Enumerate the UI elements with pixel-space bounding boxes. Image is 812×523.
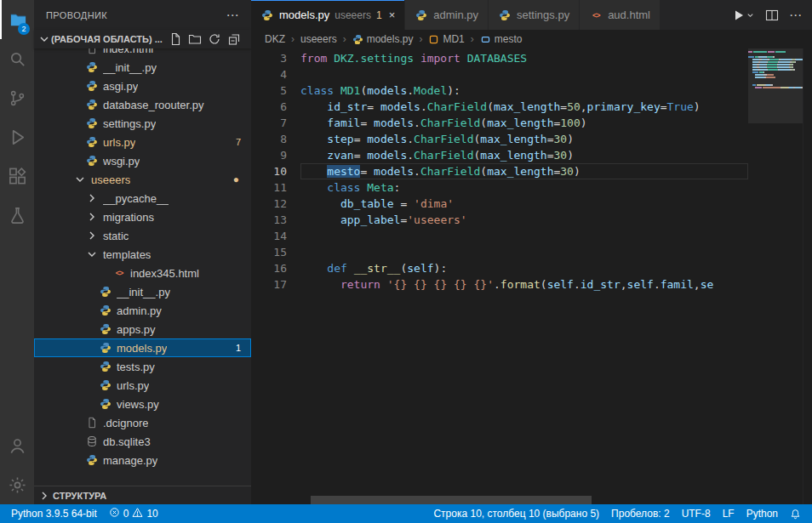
tree-item-index345.html[interactable]: <>index345.html xyxy=(34,264,251,282)
code-line-10[interactable]: mesto= models.CharField(max_length=30) xyxy=(300,163,748,179)
outline-section-label: СТРУКТУРА xyxy=(53,491,106,501)
tree-item-label: admin.py xyxy=(117,304,162,317)
minimap[interactable] xyxy=(748,48,803,504)
indentation-item[interactable]: Пробелов: 2 xyxy=(605,504,676,523)
code-line-12[interactable]: db_table = 'dima' xyxy=(300,196,748,212)
code-line-16[interactable]: def __str__(self): xyxy=(300,260,748,276)
testing-flask-icon[interactable] xyxy=(0,196,34,235)
new-file-icon[interactable] xyxy=(169,32,182,46)
code-line-5[interactable]: class MD1(models.Model): xyxy=(300,82,748,99)
code-line-14[interactable] xyxy=(300,228,748,244)
tree-item-admin.py[interactable]: admin.py xyxy=(34,301,251,320)
problems-badge: 1 xyxy=(236,343,241,353)
tree-item-asgi.py[interactable]: asgi.py xyxy=(34,77,251,95)
python-interpreter-item[interactable]: Python 3.9.5 64-bit xyxy=(5,504,103,523)
account-icon[interactable] xyxy=(0,426,34,465)
chevron-right-icon xyxy=(85,191,99,205)
tree-item-urls.py[interactable]: urls.py7 xyxy=(34,133,251,151)
tree-item-wsgi.py[interactable]: wsgi.py xyxy=(34,151,251,170)
line-number: 14 xyxy=(251,228,287,244)
language-mode-item[interactable]: Python xyxy=(741,504,784,523)
code-line-9[interactable]: zvan= models.CharField(max_length=30) xyxy=(300,147,748,163)
tree-item-models.py[interactable]: models.py1 xyxy=(34,338,251,357)
breadcrumb-item-models.py[interactable]: models.py xyxy=(352,33,414,45)
extensions-icon[interactable] xyxy=(0,156,34,196)
tree-item-tests.py[interactable]: tests.py xyxy=(34,357,251,376)
notifications-bell-icon[interactable] xyxy=(784,504,807,523)
breadcrumb-item-useeers[interactable]: useeers xyxy=(300,33,337,45)
horizontal-scrollbar[interactable] xyxy=(311,496,592,504)
tree-item-settings.py[interactable]: settings.py xyxy=(34,114,251,133)
tree-item-static[interactable]: static xyxy=(34,226,251,245)
tree-item-useeers[interactable]: useeers● xyxy=(34,170,251,189)
py-file-icon xyxy=(260,9,274,22)
code-line-13[interactable]: app_label='useeers' xyxy=(300,212,748,228)
warning-icon xyxy=(132,507,143,520)
breadcrumb-item-DKZ[interactable]: DKZ xyxy=(265,33,285,45)
views-more-actions-icon[interactable]: ⋯ xyxy=(226,8,239,23)
code-editor[interactable]: 34567891011121314151617 from DKZ.setting… xyxy=(251,48,812,504)
search-icon[interactable] xyxy=(0,39,34,78)
split-editor-icon[interactable] xyxy=(765,9,779,22)
code-content[interactable]: from DKZ.settings import DATABASESclass … xyxy=(300,48,748,504)
code-line-11[interactable]: class Meta: xyxy=(300,179,748,196)
py-file-icon xyxy=(498,9,512,22)
tree-item-__init__.py[interactable]: __init__.py xyxy=(34,58,251,77)
code-line-4[interactable] xyxy=(300,66,748,82)
explorer-icon[interactable]: 2 xyxy=(0,0,34,39)
tree-item-templates[interactable]: templates xyxy=(34,245,251,264)
code-line-8[interactable]: step= models.CharField(max_length=30) xyxy=(300,131,748,147)
eol-item[interactable]: LF xyxy=(717,504,741,523)
settings-gear-icon[interactable] xyxy=(0,465,34,504)
cursor-position-item[interactable]: Строка 10, столбец 10 (выбрано 5) xyxy=(427,504,605,523)
collapse-folders-icon[interactable] xyxy=(227,32,241,46)
code-line-3[interactable]: from DKZ.settings import DATABASES xyxy=(300,50,748,66)
problems-item[interactable]: 0 10 xyxy=(103,504,164,523)
code-line-15[interactable] xyxy=(300,244,748,260)
py-file-icon xyxy=(85,117,99,130)
new-folder-icon[interactable] xyxy=(188,32,202,46)
tab-bar: models.pyuseeers1×admin.pysettings.py<>a… xyxy=(251,0,812,30)
main-area: 2 xyxy=(0,0,812,504)
tree-item-db.sqlite3[interactable]: db.sqlite3 xyxy=(34,432,251,451)
tree-item-database_roouter.py[interactable]: database_roouter.py xyxy=(34,95,251,114)
py-file-icon xyxy=(99,285,112,298)
tab-label: aud.html xyxy=(608,9,650,21)
outline-section-header[interactable]: СТРУКТУРА xyxy=(34,486,251,504)
run-python-file-button[interactable] xyxy=(732,9,755,22)
refresh-icon[interactable] xyxy=(208,32,221,46)
tree-item-migrations[interactable]: migrations xyxy=(34,207,251,226)
tree-item-__init__.py[interactable]: __init__.py xyxy=(34,282,251,301)
code-line-7[interactable]: famil= models.CharField(max_length=100) xyxy=(300,115,748,131)
code-line-17[interactable]: return '{} {} {} {} {}'.format(self.id_s… xyxy=(300,276,748,293)
workspace-section-header[interactable]: (РАБОЧАЯ ОБЛАСТЬ) ... xyxy=(34,30,251,48)
code-line-6[interactable]: id_str= models.CharField(max_length=50,p… xyxy=(300,99,748,115)
more-actions-icon[interactable]: ⋯ xyxy=(789,8,802,23)
encoding-item[interactable]: UTF-8 xyxy=(676,504,717,523)
tree-item-label: settings.py xyxy=(103,117,156,130)
tree-item-urls.py[interactable]: urls.py xyxy=(34,376,251,395)
tab-label: admin.py xyxy=(433,9,478,21)
close-icon[interactable]: × xyxy=(389,9,396,21)
explorer-badge: 2 xyxy=(18,23,30,35)
breadcrumb-item-MD1[interactable]: MD1 xyxy=(428,33,464,45)
tree-item-.dcignore[interactable]: .dcignore xyxy=(34,413,251,432)
db-file-icon xyxy=(85,435,99,448)
tree-item-views.py[interactable]: views.py xyxy=(34,395,251,413)
tab-aud.html[interactable]: <>aud.html xyxy=(580,0,660,30)
tree-item-manage.py[interactable]: manage.py xyxy=(34,451,251,469)
activity-bar: 2 xyxy=(0,0,34,504)
run-debug-icon[interactable] xyxy=(0,117,34,156)
tab-settings.py[interactable]: settings.py xyxy=(489,0,580,30)
breadcrumb-item-mesto[interactable]: mesto xyxy=(480,33,523,45)
tab-models.py[interactable]: models.pyuseeers1× xyxy=(251,0,405,30)
breadcrumb-separator: › xyxy=(291,33,294,45)
source-control-icon[interactable] xyxy=(0,78,34,117)
tree-item-apps.py[interactable]: apps.py xyxy=(34,320,251,338)
tree-item-index.html[interactable]: index.html xyxy=(34,48,251,58)
py-symbol-icon xyxy=(352,34,363,45)
tab-admin.py[interactable]: admin.py xyxy=(405,0,489,30)
line-number: 3 xyxy=(251,50,287,66)
tree-item-__pycache__[interactable]: __pycache__ xyxy=(34,189,251,207)
line-number: 7 xyxy=(251,115,287,131)
